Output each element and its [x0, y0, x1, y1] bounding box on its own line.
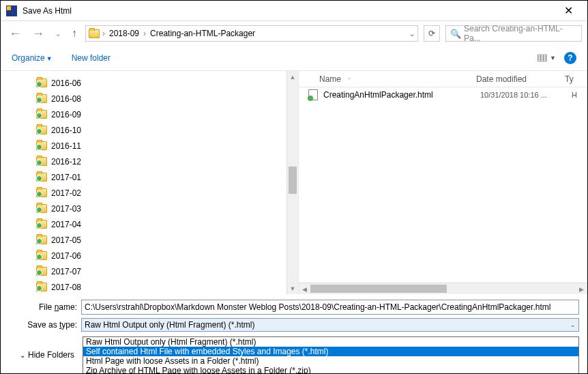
- scroll-down-arrow[interactable]: ▼: [287, 283, 298, 294]
- folder-icon: [36, 126, 47, 134]
- view-grid-icon: [538, 55, 547, 61]
- address-bar[interactable]: › 2018-09 › Creating-an-HTML-Packager ⌄: [85, 25, 418, 42]
- folder-icon: [36, 157, 47, 166]
- caret-down-icon: ▼: [46, 55, 53, 62]
- filename-label: File name:: [9, 302, 77, 312]
- tree-folder-item[interactable]: 2016-12: [1, 154, 298, 169]
- folder-tree: 2016-062016-082016-092016-102016-112016-…: [1, 71, 298, 294]
- new-folder-button[interactable]: New folder: [72, 53, 111, 63]
- folder-label: 2017-08: [51, 283, 81, 292]
- dropdown-option[interactable]: Zip Archive of HTML Page with loose Asse…: [83, 366, 578, 374]
- sort-indicator-icon: ˄: [348, 77, 351, 83]
- back-button[interactable]: ←: [6, 27, 24, 41]
- chevron-down-icon: ⌄: [20, 351, 25, 359]
- search-placeholder: Search Creating-an-HTML-Pa...: [464, 24, 577, 43]
- toolbar: Organize▼ New folder ▼ ?: [1, 46, 587, 70]
- tree-folder-item[interactable]: 2017-06: [1, 248, 298, 263]
- folder-label: 2017-01: [51, 173, 81, 182]
- search-icon: 🔍: [450, 29, 461, 39]
- file-row[interactable]: CreatingAnHtmlPackager.html10/31/2018 10…: [299, 87, 587, 102]
- tree-folder-item[interactable]: 2017-02: [1, 185, 298, 201]
- window-title: Save As Html: [23, 6, 555, 16]
- folder-icon: [36, 267, 47, 276]
- folder-label: 2017-06: [51, 251, 81, 261]
- bottom-panel: File name: Save as type: Raw Html Output…: [1, 294, 587, 334]
- folder-icon: [89, 29, 100, 38]
- app-icon: [6, 5, 17, 16]
- column-type[interactable]: Ty: [558, 74, 587, 84]
- savetype-combo[interactable]: Raw Html Output only (Html Fragment) (*.…: [81, 318, 579, 332]
- refresh-button[interactable]: ⟳: [424, 25, 440, 42]
- file-date: 10/31/2018 10:16 ...: [480, 91, 566, 99]
- tree-folder-item[interactable]: 2016-10: [1, 122, 298, 138]
- tree-folder-item[interactable]: 2017-04: [1, 216, 298, 232]
- folder-label: 2016-10: [51, 126, 81, 135]
- folder-icon: [36, 204, 47, 213]
- tree-folder-item[interactable]: 2016-11: [1, 138, 298, 154]
- breadcrumb-item[interactable]: 2018-09: [108, 29, 141, 38]
- folder-icon: [36, 188, 47, 197]
- scroll-right-arrow[interactable]: ▶: [576, 283, 587, 295]
- column-name[interactable]: Name˄: [299, 74, 469, 84]
- folder-label: 2016-11: [51, 141, 81, 151]
- scroll-thumb[interactable]: [310, 285, 447, 293]
- chevron-right-icon: ›: [143, 29, 146, 38]
- scroll-up-arrow[interactable]: ▲: [287, 71, 298, 83]
- folder-label: 2017-07: [51, 267, 81, 276]
- scroll-thumb[interactable]: [289, 167, 297, 194]
- folder-icon: [36, 110, 47, 119]
- folder-label: 2016-08: [51, 94, 81, 104]
- forward-button[interactable]: →: [29, 27, 47, 41]
- folder-icon: [36, 173, 47, 182]
- savetype-dropdown: Raw Html Output only (Html Fragment) (*.…: [83, 336, 579, 374]
- file-name: CreatingAnHtmlPackager.html: [323, 90, 475, 100]
- dropdown-option[interactable]: Self contained Html File with embedded S…: [83, 347, 578, 356]
- html-file-icon: [308, 89, 318, 100]
- chevron-right-icon: ›: [102, 29, 105, 38]
- folder-icon: [36, 78, 47, 87]
- address-dropdown[interactable]: ⌄: [409, 30, 415, 38]
- column-date[interactable]: Date modified: [469, 74, 558, 84]
- up-button[interactable]: ↑: [69, 27, 80, 40]
- dropdown-option[interactable]: Raw Html Output only (Html Fragment) (*.…: [83, 337, 578, 347]
- main-area: 2016-062016-082016-092016-102016-112016-…: [1, 70, 587, 294]
- folder-label: 2016-09: [51, 110, 81, 119]
- folder-icon: [36, 283, 47, 291]
- caret-down-icon: ▼: [550, 55, 556, 61]
- scroll-left-arrow[interactable]: ◀: [299, 283, 310, 295]
- folder-label: 2016-12: [51, 157, 81, 167]
- recent-dropdown[interactable]: ⌄: [53, 30, 63, 38]
- help-button[interactable]: ?: [564, 52, 576, 64]
- file-type: H: [572, 91, 577, 99]
- tree-folder-item[interactable]: 2017-03: [1, 201, 298, 216]
- tree-folder-item[interactable]: 2017-05: [1, 232, 298, 248]
- tree-folder-item[interactable]: 2017-01: [1, 169, 298, 185]
- folder-icon: [36, 235, 47, 244]
- nav-bar: ← → ⌄ ↑ › 2018-09 › Creating-an-HTML-Pac…: [1, 21, 587, 46]
- tree-folder-item[interactable]: 2016-08: [1, 91, 298, 106]
- folder-icon: [36, 220, 47, 229]
- savetype-label: Save as type:: [9, 320, 77, 330]
- search-box[interactable]: 🔍 Search Creating-an-HTML-Pa...: [445, 25, 582, 42]
- tree-scrollbar[interactable]: ▲ ▼: [286, 71, 298, 294]
- tree-folder-item[interactable]: 2017-07: [1, 263, 298, 279]
- tree-folder-item[interactable]: 2017-08: [1, 279, 298, 294]
- filename-input[interactable]: [81, 300, 579, 315]
- close-button[interactable]: ✕: [555, 4, 582, 17]
- folder-icon: [36, 94, 47, 103]
- view-options-button[interactable]: ▼: [538, 55, 556, 61]
- folder-label: 2017-02: [51, 188, 81, 198]
- folder-label: 2017-05: [51, 235, 81, 245]
- breadcrumb-item[interactable]: Creating-an-HTML-Packager: [149, 29, 256, 38]
- caret-down-icon: ⌄: [570, 321, 576, 328]
- tree-folder-item[interactable]: 2016-06: [1, 75, 298, 91]
- folder-label: 2017-03: [51, 204, 81, 214]
- title-bar: Save As Html ✕: [1, 1, 587, 21]
- organize-button[interactable]: Organize▼: [12, 53, 53, 63]
- tree-folder-item[interactable]: 2016-09: [1, 106, 298, 122]
- dropdown-option[interactable]: Html Page with loose Assets in a Folder …: [83, 356, 578, 366]
- file-list-pane: Name˄ Date modified Ty CreatingAnHtmlPac…: [298, 71, 587, 294]
- folder-label: 2016-06: [51, 78, 81, 88]
- horizontal-scrollbar[interactable]: ◀ ▶: [299, 283, 587, 294]
- hide-folders-button[interactable]: ⌄ Hide Folders: [9, 343, 85, 366]
